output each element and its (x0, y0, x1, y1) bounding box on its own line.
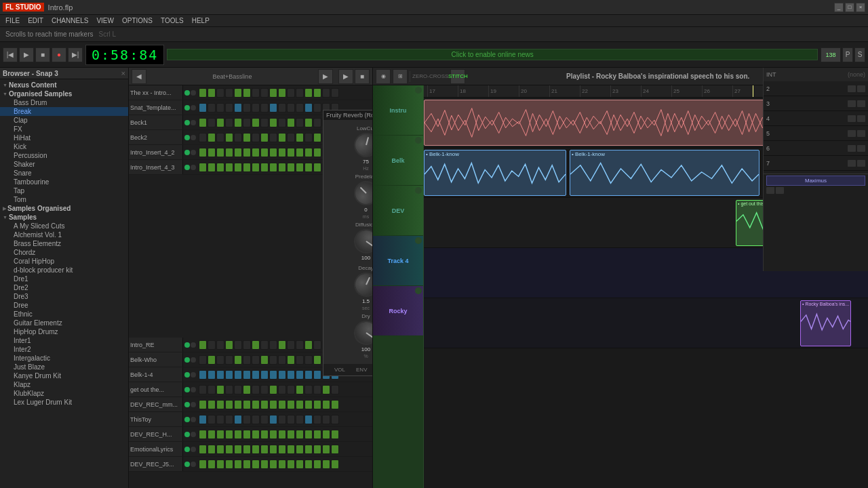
step-button[interactable] (331, 400, 339, 409)
step-button[interactable] (260, 118, 269, 127)
seq-dot[interactable] (184, 135, 190, 140)
step-button[interactable] (208, 88, 216, 98)
step-button[interactable] (199, 340, 207, 350)
fx-vol-btn[interactable]: VOL (334, 367, 345, 373)
step-button[interactable] (260, 163, 269, 172)
seq-dot[interactable] (184, 462, 190, 467)
step-button[interactable] (208, 163, 216, 172)
step-button[interactable] (322, 460, 330, 469)
browser-item-tap[interactable]: Tap (0, 186, 128, 195)
step-button[interactable] (296, 355, 304, 365)
song-btn[interactable]: S (854, 47, 865, 62)
seq-dot[interactable] (191, 105, 196, 110)
step-button[interactable] (296, 163, 304, 172)
step-button[interactable] (296, 430, 304, 439)
step-button[interactable] (313, 103, 321, 113)
step-button[interactable] (208, 370, 216, 380)
step-button[interactable] (322, 385, 330, 394)
step-button[interactable] (243, 103, 251, 113)
step-button[interactable] (304, 88, 313, 98)
step-button[interactable] (252, 355, 260, 365)
step-button[interactable] (216, 133, 224, 142)
step-button[interactable] (225, 400, 233, 409)
step-button[interactable] (278, 415, 286, 424)
step-button[interactable] (313, 460, 321, 469)
step-button[interactable] (296, 385, 304, 394)
step-button[interactable] (287, 430, 295, 439)
seq-dot[interactable] (184, 402, 190, 407)
insert-slot[interactable] (857, 115, 865, 122)
step-button[interactable] (304, 133, 313, 142)
play-button[interactable]: ▶ (19, 47, 34, 62)
step-button[interactable] (199, 445, 207, 454)
step-button[interactable] (199, 370, 207, 380)
step-button[interactable] (208, 385, 216, 394)
insert-slot[interactable] (857, 145, 865, 152)
browser-item-dre2[interactable]: Dre2 (0, 283, 128, 292)
step-button[interactable] (208, 445, 216, 454)
clip-rocky[interactable]: • Rocky Balboa's ins... (800, 300, 851, 346)
step-button[interactable] (208, 340, 216, 350)
step-button[interactable] (260, 370, 269, 380)
insert-slot[interactable] (848, 160, 856, 167)
step-button[interactable] (331, 415, 339, 424)
step-button[interactable] (234, 355, 242, 365)
seq-next-btn[interactable]: ▶ (318, 69, 333, 84)
step-button[interactable] (225, 163, 233, 172)
step-button[interactable] (199, 385, 207, 394)
step-button[interactable] (296, 370, 304, 380)
step-button[interactable] (304, 385, 313, 394)
step-button[interactable] (234, 133, 242, 142)
fx-env-btn[interactable]: ENV (356, 367, 367, 373)
insert-slot[interactable] (857, 100, 865, 107)
step-button[interactable] (234, 340, 242, 350)
step-button[interactable] (313, 430, 321, 439)
step-button[interactable] (296, 148, 304, 157)
seq-dot[interactable] (184, 417, 190, 422)
step-button[interactable] (278, 88, 286, 98)
step-button[interactable] (216, 385, 224, 394)
step-button[interactable] (322, 445, 330, 454)
step-button[interactable] (304, 415, 313, 424)
step-button[interactable] (208, 103, 216, 113)
seq-dot[interactable] (191, 357, 196, 363)
step-button[interactable] (287, 385, 295, 394)
browser-samples[interactable]: Samples (0, 213, 128, 222)
browser-item-klubklapz[interactable]: KlubKlapz (0, 389, 128, 398)
browser-item-break[interactable]: Break (0, 107, 128, 116)
step-button[interactable] (199, 103, 207, 113)
fx-diffusion-knob[interactable] (352, 227, 372, 256)
step-button[interactable] (199, 148, 207, 157)
step-button[interactable] (225, 340, 233, 350)
insert-slot[interactable] (857, 85, 865, 92)
step-button[interactable] (199, 415, 207, 424)
step-button[interactable] (296, 400, 304, 409)
seq-dot[interactable] (184, 105, 190, 110)
browser-item-lex-luger[interactable]: Lex Luger Drum Kit (0, 398, 128, 407)
step-button[interactable] (287, 355, 295, 365)
step-button[interactable] (216, 355, 224, 365)
insert-slot[interactable] (776, 187, 784, 194)
step-button[interactable] (234, 445, 242, 454)
step-button[interactable] (234, 460, 242, 469)
seq-dot[interactable] (184, 165, 190, 170)
browser-item-fx[interactable]: FX (0, 125, 128, 134)
seq-dot[interactable] (184, 432, 190, 437)
step-button[interactable] (234, 163, 242, 172)
browser-samples-organised[interactable]: Samples Organised (0, 204, 128, 213)
step-button[interactable] (252, 148, 260, 157)
step-button[interactable] (260, 88, 269, 98)
step-button[interactable] (225, 385, 233, 394)
record-button[interactable]: ● (52, 47, 66, 62)
pattern-btn[interactable]: P (842, 47, 853, 62)
step-button[interactable] (216, 88, 224, 98)
track-dev[interactable]: DEV (373, 186, 423, 236)
step-button[interactable] (313, 400, 321, 409)
seq-dot[interactable] (191, 447, 196, 452)
browser-item-dre3[interactable]: Dre3 (0, 292, 128, 301)
step-button[interactable] (234, 385, 242, 394)
menu-tools[interactable]: TOOLS (157, 15, 188, 27)
step-button[interactable] (216, 445, 224, 454)
track-rocky[interactable]: Rocky (373, 286, 423, 336)
step-button[interactable] (199, 400, 207, 409)
